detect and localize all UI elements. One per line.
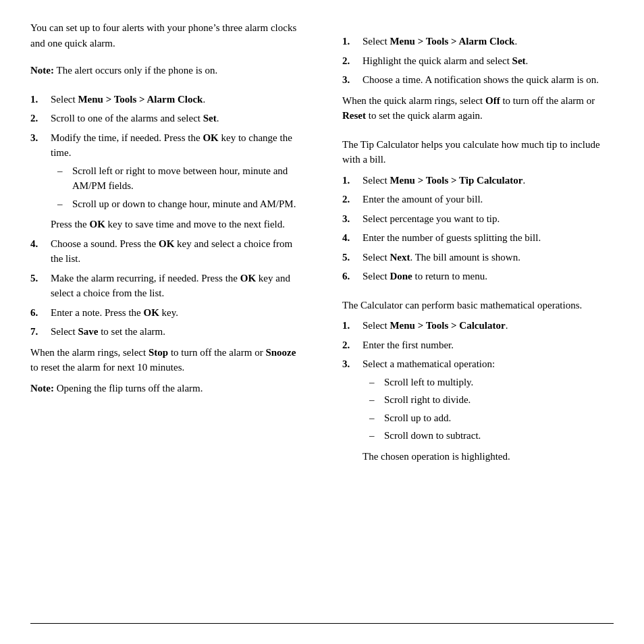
sub-item-text: Scroll up to add.: [384, 410, 451, 426]
intro-text: You can set up to four alerts with your …: [30, 20, 302, 51]
list-item-content: Select Menu > Tools > Alarm Clock.: [51, 92, 302, 107]
ok-label: OK: [90, 219, 105, 230]
list-item-content: Highlight the quick alarm and select Set…: [363, 53, 614, 69]
list-item: Make the alarm recurring, if needed. Pre…: [30, 271, 302, 301]
list-item: Select Menu > Tools > Calculator.: [342, 318, 614, 333]
tip-calculator-section: The Tip Calculator helps you calculate h…: [342, 137, 614, 284]
list-item: Enter the number of guests splitting the…: [342, 230, 614, 246]
alarm-note2: Note: Opening the flip turns off the ala…: [30, 381, 302, 396]
off-label: Off: [485, 95, 500, 106]
list-item-content: Select Save to set the alarm.: [51, 324, 302, 340]
sub-item-text: Scroll up or down to change hour, minute…: [72, 196, 296, 212]
alarm-clock-section: Select Menu > Tools > Alarm Clock. Scrol…: [30, 92, 302, 396]
stop-label: Stop: [149, 347, 168, 358]
set-label: Set: [203, 113, 217, 124]
menu-path: Menu > Tools > Calculator: [390, 320, 505, 331]
list-item: Select Save to set the alarm.: [30, 324, 302, 340]
list-item: Enter a note. Press the OK key.: [30, 305, 302, 321]
list-item-content: Select a mathematical operation: Scroll …: [363, 356, 614, 464]
list-item-content: Choose a sound. Press the OK key and sel…: [51, 236, 302, 267]
tip-calculator-intro: The Tip Calculator helps you calculate h…: [342, 137, 614, 167]
list-item: Choose a sound. Press the OK key and sel…: [30, 236, 302, 267]
list-item-content: Enter the number of guests splitting the…: [363, 230, 614, 246]
alarm-after-steps: When the alarm rings, select Stop to tur…: [30, 345, 302, 375]
list-item: Select Menu > Tools > Alarm Clock.: [342, 34, 614, 49]
list-item-content: Select Next. The bill amount is shown.: [363, 250, 614, 265]
list-item-content: Enter the first number.: [363, 338, 614, 353]
list-item: Scroll up to add.: [369, 410, 614, 426]
quick-alarm-after: When the quick alarm rings, select Off t…: [342, 93, 614, 124]
sub-item-text: Scroll left or right to move between hou…: [72, 163, 302, 194]
list-item-content: Make the alarm recurring, if needed. Pre…: [51, 271, 302, 301]
page-divider: [30, 623, 614, 624]
list-item: Enter the amount of your bill.: [342, 192, 614, 207]
calc-after-sub: The chosen operation is highlighted.: [363, 449, 614, 464]
list-item: Scroll up or down to change hour, minute…: [57, 196, 302, 212]
menu-path: Menu > Tools > Alarm Clock: [78, 94, 203, 105]
list-item: Scroll down to subtract.: [369, 428, 614, 444]
calculator-section: The Calculator can perform basic mathema…: [342, 298, 614, 464]
note-label: Note:: [30, 383, 54, 394]
calculator-list: Select Menu > Tools > Calculator. Enter …: [342, 318, 614, 464]
sub-item-text: Scroll left to multiply.: [384, 375, 473, 390]
sub-list: Scroll left or right to move between hou…: [57, 163, 302, 212]
list-item: Scroll left to multiply.: [369, 375, 614, 390]
list-item: Highlight the quick alarm and select Set…: [342, 53, 614, 69]
list-item-content: Select percentage you want to tip.: [363, 211, 614, 227]
note-label: Note:: [30, 65, 54, 76]
list-item-content: Modify the time, if needed. Press the OK…: [51, 130, 302, 232]
list-item: Scroll to one of the alarms and select S…: [30, 111, 302, 126]
list-item: Select Done to return to menu.: [342, 269, 614, 284]
menu-path: Menu > Tools > Tip Calculator: [390, 175, 522, 186]
list-item: Scroll right to divide.: [369, 392, 614, 408]
list-item-content: Select Menu > Tools > Calculator.: [363, 318, 614, 333]
list-item-content: Enter the amount of your bill.: [363, 192, 614, 207]
list-item-content: Select Menu > Tools > Alarm Clock.: [363, 34, 614, 49]
next-label: Next: [390, 252, 410, 263]
save-label: Save: [78, 326, 98, 337]
note-text: Note: The alert occurs only if the phone…: [30, 63, 302, 78]
sub-list: Scroll left to multiply. Scroll right to…: [369, 375, 614, 444]
list-item: Select a mathematical operation: Scroll …: [342, 356, 614, 464]
list-item: Select Menu > Tools > Alarm Clock.: [30, 92, 302, 107]
list-item: Scroll left or right to move between hou…: [57, 163, 302, 194]
menu-path: Menu > Tools > Alarm Clock: [390, 36, 514, 47]
ok-label: OK: [203, 132, 218, 143]
sub-item-text: Scroll down to subtract.: [384, 428, 481, 444]
calculator-intro: The Calculator can perform basic mathema…: [342, 298, 614, 313]
ok-label: OK: [159, 238, 174, 249]
list-item: Select Next. The bill amount is shown.: [342, 250, 614, 265]
ok-label: OK: [240, 273, 256, 284]
list-item: Modify the time, if needed. Press the OK…: [30, 130, 302, 232]
after-sub-text: Press the OK key to save time and move t…: [51, 217, 302, 232]
snooze-label: Snooze: [265, 347, 296, 358]
list-item: Enter the first number.: [342, 338, 614, 353]
list-item: Select percentage you want to tip.: [342, 211, 614, 227]
list-item-content: Enter a note. Press the OK key.: [51, 305, 302, 321]
quick-alarm-list: Select Menu > Tools > Alarm Clock. Highl…: [342, 34, 614, 88]
page-container: You can set up to four alerts with your …: [0, 0, 644, 644]
quick-alarm-section: Select Menu > Tools > Alarm Clock. Highl…: [342, 34, 614, 124]
list-item-content: Scroll to one of the alarms and select S…: [51, 111, 302, 126]
list-item: Choose a time. A notification shows the …: [342, 72, 614, 88]
list-item-content: Select Done to return to menu.: [363, 269, 614, 284]
sub-item-text: Scroll right to divide.: [384, 392, 471, 408]
alarm-clock-list: Select Menu > Tools > Alarm Clock. Scrol…: [30, 92, 302, 340]
tip-calculator-list: Select Menu > Tools > Tip Calculator. En…: [342, 173, 614, 284]
content-area: You can set up to four alerts with your …: [30, 20, 614, 603]
list-item-content: Select Menu > Tools > Tip Calculator.: [363, 173, 614, 188]
reset-label: Reset: [342, 110, 366, 121]
done-label: Done: [390, 271, 412, 281]
list-item-content: Choose a time. A notification shows the …: [363, 72, 614, 88]
right-column: Select Menu > Tools > Alarm Clock. Highl…: [332, 20, 614, 603]
left-column: You can set up to four alerts with your …: [30, 20, 312, 603]
ok-label: OK: [143, 307, 159, 318]
set-label: Set: [512, 55, 526, 66]
list-item: Select Menu > Tools > Tip Calculator.: [342, 173, 614, 188]
